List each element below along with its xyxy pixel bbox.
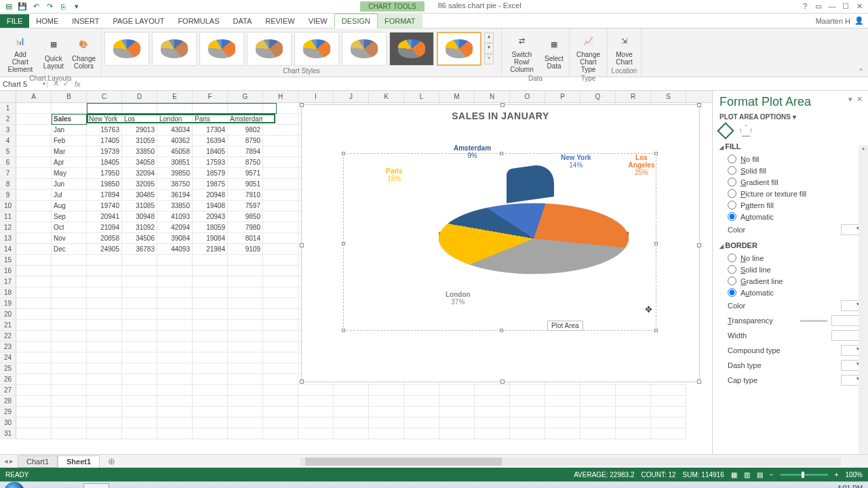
cell[interactable]: Paris: [193, 114, 228, 125]
cell[interactable]: [334, 396, 369, 407]
chart-title[interactable]: SALES IN JANUARY: [302, 105, 699, 121]
cell[interactable]: 20941: [87, 211, 122, 222]
cell[interactable]: [193, 418, 228, 428]
cell[interactable]: [228, 385, 263, 396]
cell[interactable]: [651, 418, 686, 428]
cell[interactable]: [157, 396, 193, 407]
cell[interactable]: [334, 428, 369, 439]
start-button[interactable]: [4, 482, 24, 489]
cell[interactable]: [263, 244, 298, 255]
transparency-input[interactable]: [831, 315, 861, 326]
redo-icon[interactable]: ↷: [45, 2, 54, 12]
cell[interactable]: [87, 277, 122, 287]
cell[interactable]: 34058: [122, 157, 157, 168]
cell[interactable]: [16, 352, 52, 363]
cell[interactable]: [157, 385, 193, 396]
cell[interactable]: 30948: [122, 211, 157, 222]
col-header-D[interactable]: D: [122, 91, 157, 102]
col-header-M[interactable]: M: [439, 91, 475, 102]
user-area[interactable]: Maarten H 👤: [816, 16, 868, 25]
cell[interactable]: [87, 266, 122, 277]
row-header-15[interactable]: 15: [0, 255, 16, 266]
cell[interactable]: [263, 136, 298, 146]
cell[interactable]: [122, 298, 157, 309]
select-all-corner[interactable]: [0, 91, 16, 102]
cell[interactable]: [87, 374, 122, 385]
cell[interactable]: 17894: [87, 190, 122, 201]
cell[interactable]: [228, 396, 263, 407]
cell[interactable]: [298, 418, 334, 428]
cell[interactable]: [369, 428, 404, 439]
tab-view[interactable]: VIEW: [302, 14, 334, 28]
col-header-F[interactable]: F: [193, 91, 228, 102]
cell[interactable]: [52, 266, 87, 277]
tab-file[interactable]: FILE: [0, 14, 29, 28]
cell[interactable]: [651, 396, 686, 407]
taskbar-app-2[interactable]: ▣: [138, 483, 163, 489]
cell[interactable]: [52, 277, 87, 287]
cell[interactable]: [157, 352, 193, 363]
cell[interactable]: [263, 255, 298, 266]
cell[interactable]: [228, 277, 263, 287]
cell[interactable]: [157, 418, 193, 428]
row-header-9[interactable]: 9: [0, 190, 16, 201]
cell[interactable]: [122, 396, 157, 407]
cell[interactable]: [228, 309, 263, 320]
col-header-A[interactable]: A: [16, 91, 52, 102]
cell[interactable]: 17405: [87, 136, 122, 146]
cell[interactable]: [16, 407, 52, 418]
cell[interactable]: [87, 363, 122, 374]
cell[interactable]: 7910: [228, 190, 263, 201]
col-header-R[interactable]: R: [616, 91, 651, 102]
cell[interactable]: [193, 298, 228, 309]
cell[interactable]: [263, 418, 298, 428]
chart-style-6[interactable]: [342, 32, 387, 66]
data-label-new-york[interactable]: New York14%: [561, 154, 591, 169]
cell[interactable]: 8014: [228, 233, 263, 244]
row-header-16[interactable]: 16: [0, 266, 16, 277]
cell[interactable]: [87, 342, 122, 352]
cell[interactable]: [475, 418, 510, 428]
cell[interactable]: [122, 103, 157, 114]
cell[interactable]: 15763: [87, 125, 122, 136]
cell[interactable]: 18579: [193, 168, 228, 179]
cell[interactable]: [52, 298, 87, 309]
qat-dropdown-icon[interactable]: ▾: [72, 2, 81, 12]
cell[interactable]: [263, 287, 298, 298]
cell[interactable]: [52, 428, 87, 439]
cell[interactable]: [122, 255, 157, 266]
row-header-19[interactable]: 19: [0, 298, 16, 309]
cell[interactable]: [16, 125, 52, 136]
data-label-los-angeles[interactable]: Los Angeles25%: [627, 154, 656, 176]
cell[interactable]: [616, 396, 651, 407]
cell[interactable]: [228, 331, 263, 342]
cell[interactable]: [16, 168, 52, 179]
namebox-dropdown-icon[interactable]: ▾: [43, 81, 47, 87]
undo-icon[interactable]: ↶: [31, 2, 41, 12]
tray-clock[interactable]: 4:01 PM4/7/2013: [836, 485, 863, 489]
cell[interactable]: [52, 103, 87, 114]
cell[interactable]: [16, 255, 52, 266]
cell[interactable]: [87, 309, 122, 320]
cell[interactable]: [193, 103, 228, 114]
cell[interactable]: [616, 407, 651, 418]
col-header-L[interactable]: L: [404, 91, 439, 102]
cell[interactable]: [193, 277, 228, 287]
cell[interactable]: [298, 428, 334, 439]
cell[interactable]: [545, 385, 580, 396]
help-icon[interactable]: ?: [800, 2, 810, 11]
embedded-chart[interactable]: SALES IN JANUARY New York14% Los Angeles…: [301, 104, 700, 382]
cell[interactable]: [263, 201, 298, 211]
cell[interactable]: [545, 396, 580, 407]
tab-design[interactable]: DESIGN: [334, 14, 378, 28]
taskbar-firefox[interactable]: 🦊: [56, 483, 82, 489]
cell[interactable]: [87, 396, 122, 407]
view-page-break-icon[interactable]: ▤: [757, 471, 763, 479]
cell[interactable]: May: [52, 168, 87, 179]
cell[interactable]: [580, 385, 616, 396]
sheet-nav-prev-icon[interactable]: ◂: [4, 457, 8, 466]
cell[interactable]: [157, 374, 193, 385]
cell[interactable]: [616, 385, 651, 396]
cell[interactable]: 7597: [228, 201, 263, 211]
effects-tab-icon[interactable]: [740, 125, 752, 137]
